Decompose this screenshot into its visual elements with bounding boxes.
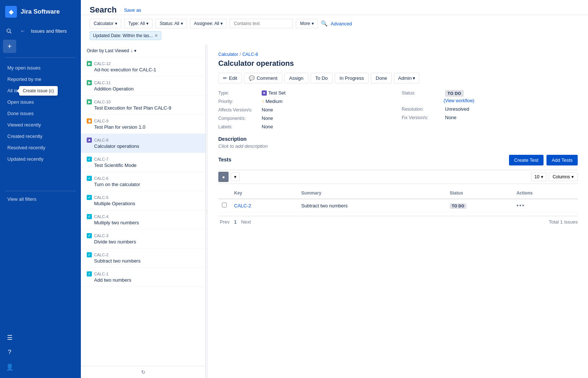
comment-icon: 💬 bbox=[249, 75, 255, 81]
prev-page-button[interactable]: Prev bbox=[218, 218, 231, 225]
sidebar-item-viewed-recently[interactable]: Viewed recently bbox=[0, 119, 81, 131]
hamburger-menu-icon[interactable]: ☰ bbox=[3, 331, 16, 344]
components-value: None bbox=[262, 115, 273, 121]
chevron-down-icon-more: ▾ bbox=[312, 21, 314, 26]
admin-button[interactable]: Admin ▾ bbox=[394, 73, 419, 83]
issue-title-calc-10: Test Execution for Test Plan CALC-9 bbox=[87, 105, 200, 111]
breadcrumb-project-link[interactable]: Calculator bbox=[218, 52, 238, 57]
row-key-link[interactable]: CALC-2 bbox=[234, 203, 251, 208]
status-label: Status: bbox=[402, 90, 442, 96]
fields-grid: Type: ■ Test Set Priority: ↑ Medium bbox=[218, 90, 578, 129]
issue-item-calc-2[interactable]: ✓ CALC-2 Subtract two numbers bbox=[81, 249, 205, 268]
create-test-button[interactable]: Create Test bbox=[509, 155, 544, 165]
comment-button[interactable]: 💬 Comment bbox=[244, 73, 282, 83]
columns-button[interactable]: Columns ▾ bbox=[549, 172, 578, 181]
assignee-filter[interactable]: Assignee: All ▾ bbox=[190, 19, 227, 28]
issue-type-icon-calc-12: ▶ bbox=[87, 61, 92, 66]
type-value: ■ Test Set bbox=[262, 90, 286, 96]
issue-id-calc-12: CALC-12 bbox=[94, 61, 111, 66]
sidebar: ◆ Jira Software ← Issues and filters + C… bbox=[0, 0, 81, 378]
priority-value-text: Medium bbox=[266, 99, 283, 104]
issue-id-calc-7: CALC-7 bbox=[94, 157, 108, 161]
status-filter-label: Status: All bbox=[159, 21, 179, 26]
next-page-button[interactable]: Next bbox=[240, 218, 252, 225]
view-all-filters-link[interactable]: View all filters bbox=[0, 194, 81, 204]
sidebar-item-updated-recently[interactable]: Updated recently bbox=[0, 153, 81, 165]
type-filter-label: Type: All bbox=[128, 21, 145, 26]
issue-type-icon-calc-6: ✓ bbox=[87, 176, 92, 181]
sidebar-item-my-open-issues[interactable]: My open issues bbox=[0, 62, 81, 74]
save-as-button[interactable]: Save as bbox=[121, 6, 144, 14]
search-icon[interactable]: 🔍 bbox=[321, 20, 328, 27]
field-row-type: Type: ■ Test Set bbox=[218, 90, 394, 96]
field-row-labels: Labels: None bbox=[218, 124, 394, 129]
in-progress-button[interactable]: In Progress bbox=[335, 73, 369, 83]
issue-id-calc-8: CALC-8 bbox=[94, 138, 108, 142]
active-filter-tag: Updated Date: Within the las... ✕ bbox=[90, 31, 161, 40]
back-button[interactable]: ← bbox=[17, 25, 29, 37]
edit-button[interactable]: ✏ Edit bbox=[218, 73, 242, 83]
sidebar-item-resolved-recently[interactable]: Resolved recently bbox=[0, 142, 81, 153]
field-row-fix-version: Fix Version/s: None bbox=[402, 115, 578, 120]
order-bar[interactable]: Order by Last Viewed ↓ ▾ bbox=[81, 44, 205, 57]
description-section-title: Description bbox=[218, 136, 578, 142]
issue-item-calc-11[interactable]: ▶ CALC-11 Addition Operation bbox=[81, 76, 205, 96]
issue-item-calc-7[interactable]: ✓ CALC-7 Test Scientific Mode bbox=[81, 153, 205, 172]
refresh-icon[interactable]: ↻ bbox=[141, 369, 146, 375]
table-count-select[interactable]: 10 ▾ bbox=[531, 172, 546, 181]
type-value-text: Test Set bbox=[268, 90, 286, 96]
tooltip-text: Create issue (c) bbox=[23, 88, 54, 93]
tests-section-title: Tests bbox=[218, 157, 232, 163]
order-by-label: Order by Last Viewed bbox=[87, 48, 129, 53]
issue-item-calc-1[interactable]: ✓ CALC-1 Add two numbers bbox=[81, 268, 205, 287]
sidebar-item-created-recently[interactable]: Created recently bbox=[0, 131, 81, 142]
done-button[interactable]: Done bbox=[371, 73, 392, 83]
row-actions-button[interactable]: ••• bbox=[516, 202, 525, 208]
advanced-link[interactable]: Advanced bbox=[331, 21, 352, 26]
description-placeholder[interactable]: Click to add description bbox=[218, 143, 578, 149]
issue-id-calc-3: CALC-3 bbox=[94, 233, 108, 238]
pagination-bar: Prev 1 Next Total 1 issues bbox=[218, 216, 578, 228]
remove-filter-button[interactable]: ✕ bbox=[154, 33, 158, 38]
assign-button[interactable]: Assign bbox=[284, 73, 308, 83]
search-icon-btn[interactable] bbox=[3, 25, 15, 37]
contains-text-input[interactable] bbox=[230, 19, 293, 28]
row-checkbox[interactable] bbox=[222, 203, 227, 207]
nav-label-open-issues: Open issues bbox=[7, 99, 34, 105]
issue-item-calc-5[interactable]: ✓ CALC-5 Multiple Operations bbox=[81, 191, 205, 210]
sidebar-item-done-issues[interactable]: Done issues bbox=[0, 108, 81, 119]
resolution-value: Unresolved bbox=[445, 106, 469, 112]
content-split: Order by Last Viewed ↓ ▾ ▶ CALC-12 Ad-ho… bbox=[81, 44, 588, 378]
chevron-down-icon-status: ▾ bbox=[181, 21, 183, 26]
issue-type-icon-calc-7: ✓ bbox=[87, 157, 92, 162]
type-filter[interactable]: Type: All ▾ bbox=[124, 19, 153, 28]
calculator-filter[interactable]: Calculator ▾ bbox=[90, 19, 121, 28]
issue-item-calc-9[interactable]: 📋 CALC-9 Test Plan for version 1.0 bbox=[81, 115, 205, 134]
row-summary-text: Subtract two numbers bbox=[301, 203, 348, 208]
issue-item-calc-12[interactable]: ▶ CALC-12 Ad-hoc execution for CALC-1 bbox=[81, 57, 205, 76]
issue-item-calc-10[interactable]: ▶ CALC-10 Test Execution for Test Plan C… bbox=[81, 96, 205, 115]
sidebar-item-reported-by-me[interactable]: Reported by me bbox=[0, 74, 81, 85]
active-filter-text: Updated Date: Within the las... bbox=[93, 33, 153, 38]
issue-item-calc-6[interactable]: ✓ CALC-6 Turn on the calculator bbox=[81, 172, 205, 191]
more-filter-button[interactable]: More ▾ bbox=[296, 19, 318, 28]
table-controls: ■ ▾ 10 ▾ Columns ▾ bbox=[218, 170, 578, 184]
chevron-down-icon-table: ▾ bbox=[234, 174, 236, 179]
table-dropdown-button[interactable]: ▾ bbox=[231, 172, 240, 181]
view-workflow-link[interactable]: (View workflow) bbox=[444, 98, 474, 103]
issue-item-calc-3[interactable]: ✓ CALC-3 Divide two numbers bbox=[81, 229, 205, 249]
issue-id-calc-10: CALC-10 bbox=[94, 100, 111, 104]
issue-item-calc-8[interactable]: ■ CALC-8 Calculator operations bbox=[81, 134, 205, 153]
table-controls-left: ■ ▾ bbox=[218, 172, 240, 182]
issue-item-calc-4[interactable]: ✓ CALC-4 Multiply two numbers bbox=[81, 210, 205, 229]
status-filter[interactable]: Status: All ▾ bbox=[155, 19, 187, 28]
breadcrumb-issue-link[interactable]: CALC-8 bbox=[242, 52, 258, 57]
sidebar-item-open-issues[interactable]: Open issues bbox=[0, 96, 81, 108]
add-tests-button[interactable]: Add Tests bbox=[546, 155, 578, 165]
user-icon[interactable]: 👤 bbox=[3, 360, 16, 374]
table-checkbox-button[interactable]: ■ bbox=[218, 172, 229, 182]
create-issue-button[interactable]: + bbox=[3, 40, 16, 53]
priority-value: ↑ Medium bbox=[262, 99, 283, 104]
help-icon[interactable]: ? bbox=[3, 346, 16, 359]
todo-button[interactable]: To Do bbox=[311, 73, 333, 83]
